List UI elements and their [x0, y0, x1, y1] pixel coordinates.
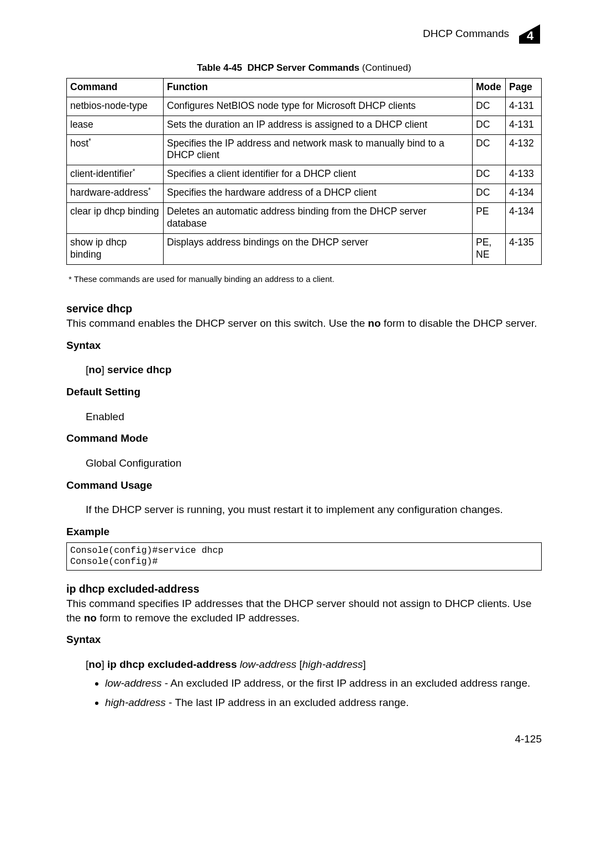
cell-function: Configures NetBIOS node type for Microso…: [164, 97, 473, 116]
cell-mode: PE: [473, 203, 506, 234]
cell-function: Sets the duration an IP address is assig…: [164, 116, 473, 134]
th-command: Command: [67, 78, 164, 97]
parameter-list: low-address - An excluded IP address, or…: [94, 676, 542, 710]
default-setting-value: Enabled: [86, 410, 542, 424]
table-row: clear ip dhcp bindingDeletes an automati…: [67, 203, 542, 234]
cell-command: clear ip dhcp binding: [67, 203, 164, 234]
table-row: show ip dhcp bindingDisplays address bin…: [67, 233, 542, 264]
cell-command: show ip dhcp binding: [67, 233, 164, 264]
asterisk-icon: *: [88, 137, 91, 145]
table-row: hardware-address*Specifies the hardware …: [67, 184, 542, 203]
chapter-badge: 4: [517, 22, 542, 45]
command-mode-heading: Command Mode: [66, 431, 542, 446]
example-code-block: Console(config)#service dhcp Console(con…: [66, 542, 542, 571]
cell-function: Specifies the IP address and network mas…: [164, 134, 473, 165]
cell-mode: DC: [473, 116, 506, 134]
cell-page: 4-134: [506, 184, 542, 203]
chapter-number: 4: [527, 28, 533, 44]
cell-page: 4-135: [506, 233, 542, 264]
service-dhcp-description: This command enables the DHCP server on …: [66, 316, 542, 331]
table-header-row: Command Function Mode Page: [67, 78, 542, 97]
cell-function: Deletes an automatic address binding fro…: [164, 203, 473, 234]
header-title: DHCP Commands: [423, 27, 509, 41]
section-service-dhcp-heading: service dhcp: [66, 301, 542, 316]
cell-mode: DC: [473, 97, 506, 116]
example-heading: Example: [66, 525, 542, 539]
cell-function: Specifies the hardware address of a DHCP…: [164, 184, 473, 203]
section-excluded-address-heading: ip dhcp excluded-address: [66, 582, 542, 596]
default-setting-heading: Default Setting: [66, 385, 542, 399]
cell-page: 4-131: [506, 116, 542, 134]
table-row: host*Specifies the IP address and networ…: [67, 134, 542, 165]
command-usage-value: If the DHCP server is running, you must …: [86, 503, 540, 517]
syntax-value-2: [no] ip dhcp excluded-address low-addres…: [86, 657, 542, 672]
cell-page: 4-134: [506, 203, 542, 234]
page-number: 4-125: [66, 732, 542, 746]
asterisk-icon: *: [148, 186, 151, 194]
cell-command: hardware-address*: [67, 184, 164, 203]
th-mode: Mode: [473, 78, 506, 97]
syntax-heading-2: Syntax: [66, 632, 542, 647]
command-mode-value: Global Configuration: [86, 456, 542, 470]
param-low-address: low-address - An excluded IP address, or…: [105, 676, 542, 691]
cell-command: client-identifier*: [67, 165, 164, 184]
cell-page: 4-132: [506, 134, 542, 165]
param-high-address: high-address - The last IP address in an…: [105, 696, 542, 710]
excluded-address-description: This command specifies IP addresses that…: [66, 597, 542, 625]
cell-mode: DC: [473, 165, 506, 184]
asterisk-icon: *: [133, 168, 135, 175]
cell-function: Displays address bindings on the DHCP se…: [164, 233, 473, 264]
cell-mode: DC: [473, 134, 506, 165]
cell-command: lease: [67, 116, 164, 134]
table-footnote: * These commands are used for manually b…: [69, 274, 542, 285]
th-page: Page: [506, 78, 542, 97]
th-function: Function: [164, 78, 473, 97]
table-caption: Table 4-45 DHCP Server Commands (Continu…: [66, 62, 542, 75]
page-header: DHCP Commands 4: [66, 22, 542, 45]
syntax-value: [no] service dhcp: [86, 363, 542, 377]
cell-command: netbios-node-type: [67, 97, 164, 116]
cell-mode: PE, NE: [473, 233, 506, 264]
command-usage-heading: Command Usage: [66, 478, 542, 493]
table-row: leaseSets the duration an IP address is …: [67, 116, 542, 134]
cell-mode: DC: [473, 184, 506, 203]
cell-function: Specifies a client identifier for a DHCP…: [164, 165, 473, 184]
table-row: client-identifier*Specifies a client ide…: [67, 165, 542, 184]
table-row: netbios-node-typeConfigures NetBIOS node…: [67, 97, 542, 116]
commands-table: Command Function Mode Page netbios-node-…: [66, 78, 542, 265]
cell-command: host*: [67, 134, 164, 165]
cell-page: 4-133: [506, 165, 542, 184]
syntax-heading: Syntax: [66, 338, 542, 353]
cell-page: 4-131: [506, 97, 542, 116]
